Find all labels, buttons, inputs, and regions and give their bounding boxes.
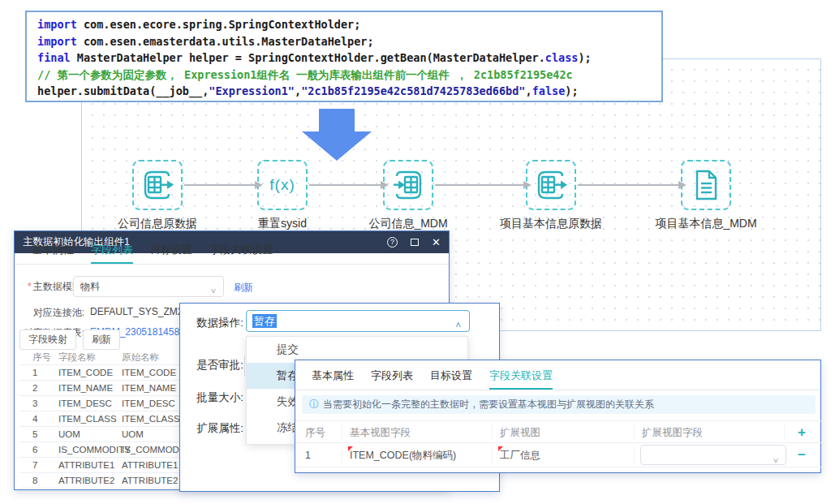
assoc-tab[interactable]: 目标设置 <box>430 368 472 388</box>
field-table-cell: UOM <box>122 427 144 442</box>
maximize-icon[interactable] <box>411 239 419 246</box>
field-table-cell: ITEM_CLASS <box>58 411 117 427</box>
close-icon[interactable]: ✕ <box>432 237 441 248</box>
code-token: ); <box>578 51 591 64</box>
field-association-panel: 基本属性字段列表目标设置字段关联设置 ⓘ当需要初始化一条完整的主数据时，需要设置… <box>295 360 821 473</box>
field-table-cell: ITEM_DESC <box>58 396 112 411</box>
flow-connector-arrow <box>184 184 256 186</box>
flow-connector-arrow <box>578 184 679 186</box>
field-table-cell: ITEM_DESC <box>122 396 175 411</box>
code-line: helper.submitData(__job__,"Expression1",… <box>37 83 661 100</box>
info-banner: ⓘ当需要初始化一条完整的主数据时，需要设置基本视图与扩展视图的关联关系 <box>302 395 816 414</box>
field-table-cell: 4 <box>32 411 37 427</box>
refresh-button[interactable]: 刷新 <box>83 330 120 350</box>
code-line: import com.esen.ecore.spring.SpringConte… <box>37 16 661 33</box>
approve-label: 是否审批: <box>185 358 243 373</box>
divider <box>295 390 820 390</box>
dialog-tab[interactable]: 字段列表 <box>91 243 133 264</box>
field-table-cell: ATTRIBUTE1 <box>122 458 178 473</box>
code-token: MasterDataHelper helper = SpringContextH… <box>71 51 545 64</box>
fx-icon: f(x) <box>269 176 295 194</box>
dialog-tab[interactable]: 目标设置 <box>150 243 192 262</box>
required-flag-icon <box>348 446 353 451</box>
flow-node[interactable]: f(x) <box>257 160 308 210</box>
flow-node[interactable] <box>681 160 731 210</box>
field-table-cell: 2 <box>32 381 37 396</box>
field-table-cell: 3 <box>32 396 37 411</box>
flow-node[interactable] <box>132 160 183 210</box>
dialog-tabs: 基本属性字段列表目标设置字段关联设置 <box>32 243 290 264</box>
code-token: import <box>37 35 77 48</box>
table-export-icon <box>140 167 175 203</box>
document-icon <box>688 167 724 203</box>
code-token: final <box>37 51 71 64</box>
flow-node-label: 公司信息_MDM <box>339 217 477 231</box>
field-table-cell: 8 <box>32 473 37 489</box>
code-token: "2c1b85f2195e42c581d7425783ed66bd" <box>301 84 525 97</box>
dialog-tab[interactable]: 基本属性 <box>32 243 74 262</box>
down-arrow-icon <box>302 131 372 161</box>
field-table-cell: ATTRIBUTE2 <box>58 473 114 489</box>
code-token: import <box>37 18 77 31</box>
flow-node[interactable] <box>383 160 433 210</box>
field-table-cell: 1 <box>32 365 37 381</box>
code-token: helper.submitData(__job__, <box>37 84 209 97</box>
code-token: com.esen.emasterdata.utils.MasterDataHel… <box>77 35 374 48</box>
field-mapping-button[interactable]: 字段映射 <box>19 330 76 350</box>
field-table-cell: UOM <box>58 427 80 442</box>
dialog-buttons: 字段映射刷新 <box>19 330 127 350</box>
model-select-value: 物料 <box>80 281 100 292</box>
assoc-tabs: 基本属性字段列表目标设置字段关联设置 <box>312 368 570 390</box>
table-import-icon <box>390 167 426 203</box>
code-token: ); <box>565 84 578 97</box>
pool-label: 对应连接池: <box>15 306 84 320</box>
divider <box>15 264 449 265</box>
assoc-table-row[interactable]: 1ITEM_CODE(物料编码)工厂信息∨− <box>295 443 822 467</box>
assoc-tab[interactable]: 字段关联设置 <box>489 368 553 390</box>
field-table-cell: 6 <box>32 442 37 458</box>
model-select[interactable]: 物料 ∨ <box>73 276 224 297</box>
field-table-cell: ATTRIBUTE2 <box>122 473 178 489</box>
assoc-tab[interactable]: 字段列表 <box>371 368 413 388</box>
flow-node-label: 重置sysid <box>213 217 351 231</box>
field-table-cell: ITEM_CLASS <box>122 411 180 427</box>
code-line: // 第一个参数为固定参数， Expression1组件名 一般为库表输出组件前… <box>37 67 661 84</box>
field-table-cell: 5 <box>32 427 37 442</box>
field-table-cell: ITEM_CODE <box>58 365 113 381</box>
chevron-down-icon: ∨ <box>210 282 217 298</box>
remove-row-icon[interactable]: − <box>786 443 818 467</box>
batchsize-label: 批量大小: <box>185 390 243 405</box>
chevron-down-icon: ∨ <box>773 450 779 470</box>
flow-node-label: 项目基本信息原数据 <box>482 217 620 231</box>
code-token: false <box>532 84 566 97</box>
field-table-cell: ITEM_NAME <box>58 381 113 396</box>
refresh-link[interactable]: 刷新 <box>234 281 253 295</box>
code-line: import com.esen.emasterdata.utils.Master… <box>37 33 661 50</box>
table-export-icon <box>533 167 569 203</box>
extattr-label: 扩展属性: <box>185 421 243 436</box>
operation-select[interactable]: 暂存 ∧ <box>246 310 470 332</box>
assoc-tab[interactable]: 基本属性 <box>312 368 354 388</box>
operation-label: 数据操作: <box>185 316 243 330</box>
ext-field-select[interactable]: ∨ <box>640 445 786 465</box>
code-token: , <box>525 84 532 97</box>
field-table-cell: IS_COMMODITY <box>58 442 131 458</box>
flow-connector-arrow <box>435 184 524 186</box>
code-line: final MasterDataHelper helper = SpringCo… <box>37 50 661 67</box>
help-icon[interactable]: ? <box>387 237 398 248</box>
code-token: , <box>295 84 301 97</box>
field-table-cell: 7 <box>32 458 37 473</box>
flow-node[interactable] <box>526 160 576 210</box>
assoc-table-header: 序号基本视图字段扩展视图扩展视图字段+ <box>295 420 822 443</box>
add-row-icon[interactable]: + <box>786 421 818 444</box>
field-table-cell: ITEM_NAME <box>122 381 176 396</box>
flow-connector-arrow <box>309 184 381 186</box>
down-arrow-icon <box>319 109 355 131</box>
dialog-tab[interactable]: 字段关联设置 <box>209 243 273 262</box>
flow-node-label: 项目基本信息_MDM <box>637 217 775 231</box>
info-text: 当需要初始化一条完整的主数据时，需要设置基本视图与扩展视图的关联关系 <box>323 398 654 410</box>
code-token: // 第一个参数为固定参数， Expression1组件名 一般为库表输出组件前… <box>37 68 573 81</box>
field-table-cell: ATTRIBUTE1 <box>58 458 114 473</box>
required-flag-icon <box>498 446 503 451</box>
code-snippet-block: import com.esen.ecore.spring.SpringConte… <box>25 11 663 102</box>
